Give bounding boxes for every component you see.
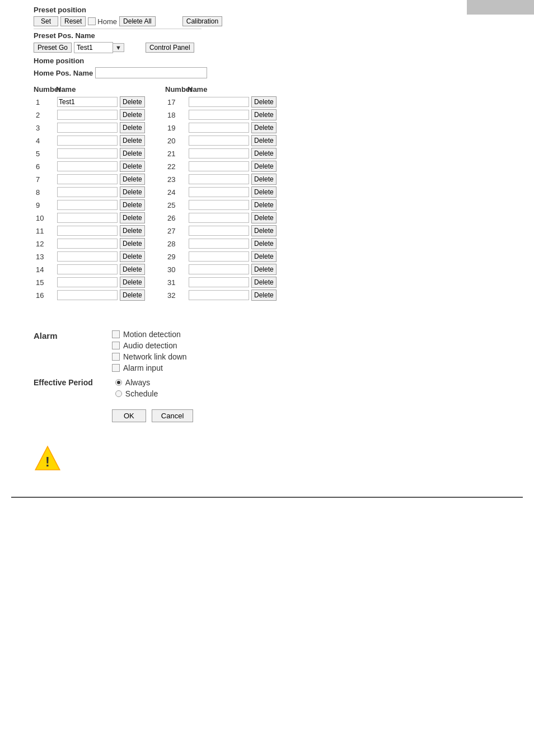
effective-option-schedule[interactable]: Schedule bbox=[115, 389, 158, 398]
table-row: 6Delete bbox=[34, 160, 148, 172]
checkbox-alarm_input[interactable] bbox=[112, 364, 120, 372]
name-input[interactable] bbox=[189, 123, 249, 133]
name-input[interactable] bbox=[189, 187, 249, 197]
preset-dropdown[interactable] bbox=[74, 42, 113, 53]
delete-button[interactable]: Delete bbox=[120, 212, 145, 223]
right-col-name: Name bbox=[188, 85, 249, 94]
table-row: 21Delete bbox=[165, 147, 280, 160]
checkbox-audio[interactable] bbox=[112, 342, 120, 349]
name-input[interactable] bbox=[189, 97, 249, 107]
preset-pos-name-label: Preset Pos. Name bbox=[34, 31, 500, 40]
name-input[interactable] bbox=[57, 174, 118, 184]
checkbox-network[interactable] bbox=[112, 353, 120, 361]
delete-button[interactable]: Delete bbox=[120, 251, 145, 262]
name-input[interactable] bbox=[189, 277, 249, 287]
name-input[interactable] bbox=[189, 213, 249, 223]
name-input[interactable] bbox=[57, 290, 118, 300]
name-input[interactable] bbox=[57, 226, 118, 236]
delete-button[interactable]: Delete bbox=[251, 212, 277, 223]
name-input[interactable] bbox=[57, 187, 118, 197]
alarm-option-alarm_input[interactable]: Alarm input bbox=[112, 363, 187, 372]
row-number: 21 bbox=[165, 149, 188, 158]
name-input[interactable] bbox=[189, 290, 249, 300]
delete-button[interactable]: Delete bbox=[251, 277, 277, 288]
effective-option-always[interactable]: Always bbox=[115, 378, 158, 387]
delete-button[interactable]: Delete bbox=[120, 174, 145, 185]
checkbox-motion[interactable] bbox=[112, 330, 120, 338]
ok-button[interactable]: OK bbox=[112, 409, 146, 422]
delete-button[interactable]: Delete bbox=[120, 264, 145, 275]
radio-schedule[interactable] bbox=[115, 390, 122, 397]
name-input[interactable] bbox=[57, 277, 118, 287]
delete-button[interactable]: Delete bbox=[251, 290, 277, 301]
delete-button[interactable]: Delete bbox=[120, 161, 145, 172]
delete-button[interactable]: Delete bbox=[251, 135, 277, 146]
name-input[interactable] bbox=[189, 239, 249, 249]
delete-button[interactable]: Delete bbox=[251, 238, 277, 249]
name-input[interactable] bbox=[57, 213, 118, 223]
name-input[interactable] bbox=[57, 148, 118, 158]
name-input[interactable] bbox=[57, 161, 118, 171]
row-number: 9 bbox=[34, 200, 56, 210]
preset-position-title: Preset position bbox=[34, 6, 500, 14]
delete-button[interactable]: Delete bbox=[120, 277, 145, 288]
delete-button[interactable]: Delete bbox=[251, 264, 277, 275]
alarm-option-audio[interactable]: Audio detection bbox=[112, 341, 187, 350]
radio-always[interactable] bbox=[115, 379, 122, 386]
delete-button[interactable]: Delete bbox=[251, 122, 277, 133]
delete-button[interactable]: Delete bbox=[251, 186, 277, 198]
alarm-option-network[interactable]: Network link down bbox=[112, 352, 187, 361]
name-input[interactable] bbox=[57, 110, 118, 120]
delete-button[interactable]: Delete bbox=[120, 96, 145, 108]
delete-button[interactable]: Delete bbox=[251, 161, 277, 172]
delete-button[interactable]: Delete bbox=[120, 225, 145, 236]
alarm-option-label-motion: Motion detection bbox=[123, 330, 181, 339]
delete-button[interactable]: Delete bbox=[251, 225, 277, 236]
name-input[interactable] bbox=[57, 251, 118, 262]
preset-go-button[interactable]: Preset Go bbox=[34, 43, 72, 53]
calibration-button[interactable]: Calibration bbox=[182, 16, 222, 26]
delete-all-button[interactable]: Delete All bbox=[119, 16, 156, 26]
alarm-option-motion[interactable]: Motion detection bbox=[112, 330, 187, 339]
delete-button[interactable]: Delete bbox=[120, 199, 145, 211]
name-input[interactable] bbox=[57, 97, 118, 107]
home-checkbox[interactable] bbox=[88, 17, 96, 25]
name-input[interactable] bbox=[189, 264, 249, 274]
delete-button[interactable]: Delete bbox=[120, 238, 145, 249]
name-input[interactable] bbox=[189, 200, 249, 210]
name-input[interactable] bbox=[57, 123, 118, 133]
home-pos-name-input[interactable] bbox=[95, 67, 207, 78]
delete-button[interactable]: Delete bbox=[251, 251, 277, 262]
table-row: 7Delete bbox=[34, 173, 148, 185]
name-input[interactable] bbox=[189, 161, 249, 171]
delete-button[interactable]: Delete bbox=[120, 186, 145, 198]
name-input[interactable] bbox=[189, 136, 249, 146]
table-row: 1Delete bbox=[34, 96, 148, 108]
delete-button[interactable]: Delete bbox=[120, 148, 145, 159]
name-input[interactable] bbox=[57, 136, 118, 146]
preset-dropdown-arrow[interactable]: ▼ bbox=[113, 43, 124, 52]
name-input[interactable] bbox=[57, 200, 118, 210]
name-input[interactable] bbox=[189, 174, 249, 184]
delete-button[interactable]: Delete bbox=[251, 199, 277, 211]
delete-button[interactable]: Delete bbox=[120, 290, 145, 301]
name-input[interactable] bbox=[189, 110, 249, 120]
name-input[interactable] bbox=[189, 226, 249, 236]
set-button[interactable]: Set bbox=[34, 16, 58, 26]
table-row: 13Delete bbox=[34, 250, 148, 263]
row-number: 26 bbox=[165, 213, 188, 223]
name-input[interactable] bbox=[189, 148, 249, 158]
delete-button[interactable]: Delete bbox=[251, 174, 277, 185]
control-panel-button[interactable]: Control Panel bbox=[146, 43, 194, 53]
name-input[interactable] bbox=[189, 251, 249, 262]
name-input[interactable] bbox=[57, 264, 118, 274]
delete-button[interactable]: Delete bbox=[120, 122, 145, 133]
delete-button[interactable]: Delete bbox=[251, 109, 277, 120]
delete-button[interactable]: Delete bbox=[251, 148, 277, 159]
delete-button[interactable]: Delete bbox=[251, 96, 277, 108]
delete-button[interactable]: Delete bbox=[120, 135, 145, 146]
delete-button[interactable]: Delete bbox=[120, 109, 145, 120]
cancel-button[interactable]: Cancel bbox=[152, 409, 193, 422]
reset-button[interactable]: Reset bbox=[60, 16, 86, 26]
name-input[interactable] bbox=[57, 239, 118, 249]
